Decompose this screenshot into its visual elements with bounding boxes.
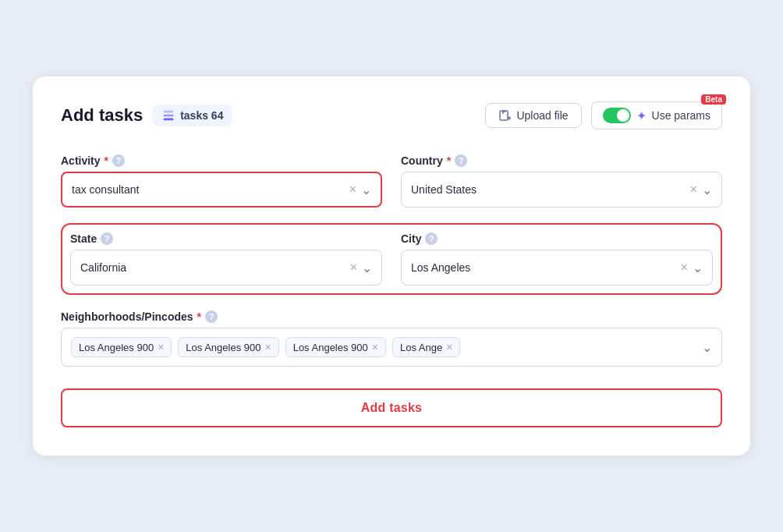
- state-clear-icon[interactable]: ×: [345, 261, 362, 275]
- tag-0-label: Los Angeles 900: [79, 342, 154, 353]
- activity-clear-icon[interactable]: ×: [345, 183, 361, 197]
- state-label: State ?: [70, 232, 382, 245]
- tag-1[interactable]: Los Angeles 900 ×: [178, 337, 278, 357]
- add-tasks-card: Add tasks tasks 64 Upload fil: [33, 76, 750, 456]
- state-field[interactable]: California × ⌄: [70, 250, 382, 286]
- neighborhoods-chevron-icon[interactable]: ⌄: [702, 340, 712, 355]
- activity-chevron-icon[interactable]: ⌄: [361, 183, 371, 197]
- tasks-badge[interactable]: tasks 64: [152, 105, 232, 126]
- country-group: Country* ? United States × ⌄: [401, 154, 722, 207]
- svg-rect-1: [164, 115, 174, 117]
- layers-icon: [161, 108, 175, 122]
- page-title: Add tasks: [61, 105, 143, 126]
- upload-icon: [498, 109, 511, 122]
- state-help-icon[interactable]: ?: [101, 232, 113, 245]
- country-help-icon[interactable]: ?: [455, 154, 467, 167]
- tag-2-close[interactable]: ×: [372, 341, 378, 353]
- header-left: Add tasks tasks 64: [61, 105, 232, 126]
- tag-1-label: Los Angeles 900: [186, 342, 260, 353]
- sparkle-icon: ✦: [636, 108, 647, 123]
- country-value: United States: [411, 183, 686, 196]
- tag-2-label: Los Angeles 900: [293, 342, 368, 353]
- activity-value: tax consultant: [72, 183, 345, 196]
- tag-3-label: Los Ange: [400, 342, 442, 353]
- city-label: City ?: [401, 232, 713, 245]
- activity-group: Activity* ? tax consultant × ⌄: [61, 154, 382, 207]
- city-group: City ? Los Angeles × ⌄: [401, 232, 713, 286]
- add-tasks-button[interactable]: Add tasks: [61, 388, 722, 427]
- activity-label: Activity* ?: [61, 154, 382, 167]
- tag-3[interactable]: Los Ange ×: [392, 337, 460, 357]
- add-tasks-row: Add tasks: [61, 388, 722, 427]
- state-city-highlight-wrapper: State ? California × ⌄ City ? Los Angele…: [61, 223, 722, 295]
- state-value: California: [80, 261, 345, 274]
- header-right: Upload file Beta ✦ Use params: [485, 101, 722, 129]
- city-clear-icon[interactable]: ×: [676, 261, 693, 275]
- beta-badge: Beta: [701, 94, 726, 105]
- use-params-button[interactable]: Beta ✦ Use params: [591, 101, 722, 129]
- upload-file-label: Upload file: [516, 109, 568, 122]
- neighborhoods-field[interactable]: Los Angeles 900 × Los Angeles 900 × Los …: [61, 328, 722, 367]
- tasks-badge-label: tasks 64: [180, 109, 223, 122]
- tag-2[interactable]: Los Angeles 900 ×: [285, 337, 386, 357]
- city-help-icon[interactable]: ?: [425, 232, 438, 245]
- country-clear-icon[interactable]: ×: [686, 183, 702, 197]
- country-label: Country* ?: [401, 154, 722, 167]
- neighborhoods-group: Neighborhoods/Pincodes* ? Los Angeles 90…: [61, 310, 722, 367]
- city-value: Los Angeles: [411, 261, 676, 274]
- svg-rect-2: [164, 119, 174, 121]
- use-params-label: Use params: [652, 109, 710, 122]
- activity-help-icon[interactable]: ?: [112, 154, 125, 167]
- header: Add tasks tasks 64 Upload fil: [61, 101, 722, 129]
- tag-3-close[interactable]: ×: [446, 341, 452, 353]
- tag-0[interactable]: Los Angeles 900 ×: [71, 337, 172, 357]
- tag-0-close[interactable]: ×: [158, 341, 164, 353]
- neighborhoods-label: Neighborhoods/Pincodes* ?: [61, 310, 722, 323]
- neighborhoods-help-icon[interactable]: ?: [205, 310, 218, 323]
- toggle-switch[interactable]: [603, 108, 631, 123]
- upload-file-button[interactable]: Upload file: [485, 103, 581, 128]
- tag-1-close[interactable]: ×: [264, 341, 271, 353]
- form-grid: Activity* ? tax consultant × ⌄ Country* …: [61, 154, 722, 427]
- country-field[interactable]: United States × ⌄: [401, 172, 722, 207]
- svg-rect-0: [164, 111, 174, 113]
- state-chevron-icon[interactable]: ⌄: [362, 261, 372, 275]
- country-chevron-icon[interactable]: ⌄: [702, 183, 712, 197]
- city-chevron-icon[interactable]: ⌄: [693, 261, 703, 275]
- svg-rect-3: [500, 111, 508, 120]
- city-field[interactable]: Los Angeles × ⌄: [401, 250, 713, 286]
- activity-field[interactable]: tax consultant × ⌄: [61, 172, 382, 207]
- state-group: State ? California × ⌄: [70, 232, 382, 286]
